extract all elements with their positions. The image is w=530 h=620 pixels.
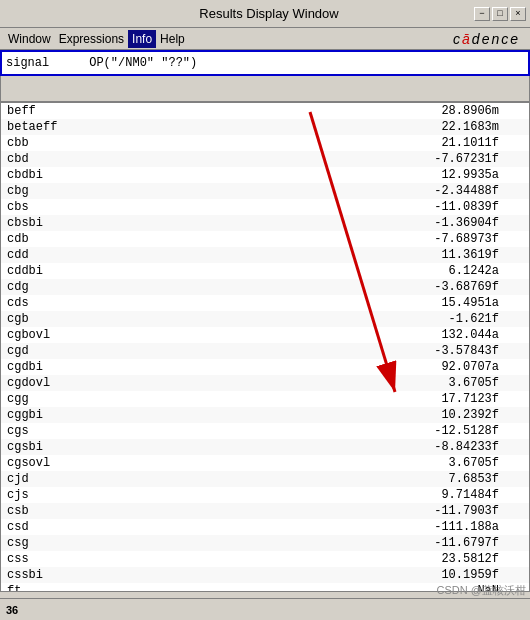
row-signal-value: 11.3619f: [121, 247, 529, 263]
row-signal-value: 23.5812f: [121, 551, 529, 567]
table-row: cdd11.3619f: [1, 247, 529, 263]
row-signal-value: -2.34488f: [121, 183, 529, 199]
menu-info[interactable]: Info: [128, 30, 156, 48]
row-signal-value: -8.84233f: [121, 439, 529, 455]
row-signal-name: cdg: [1, 279, 121, 295]
table-row: cggbi10.2392f: [1, 407, 529, 423]
table-row: cgdovl3.6705f: [1, 375, 529, 391]
table-row: cbd-7.67231f: [1, 151, 529, 167]
row-signal-name: cgsovl: [1, 455, 121, 471]
results-table: beff28.8906mbetaeff22.1683mcbb21.1011fcb…: [1, 103, 529, 592]
window-controls[interactable]: − □ ×: [474, 7, 526, 21]
signal-value: OP("/NM0" "??"): [89, 56, 197, 70]
row-signal-name: ft: [1, 583, 121, 592]
row-signal-name: cds: [1, 295, 121, 311]
row-signal-name: csd: [1, 519, 121, 535]
row-signal-name: cgb: [1, 311, 121, 327]
maximize-button[interactable]: □: [492, 7, 508, 21]
table-row: cjs9.71484f: [1, 487, 529, 503]
row-signal-value: 132.044a: [121, 327, 529, 343]
row-signal-name: cgsbi: [1, 439, 121, 455]
row-signal-name: cbs: [1, 199, 121, 215]
row-signal-value: -1.621f: [121, 311, 529, 327]
row-signal-name: betaeff: [1, 119, 121, 135]
row-signal-name: cjd: [1, 471, 121, 487]
row-signal-value: -7.68973f: [121, 231, 529, 247]
table-row: cbb21.1011f: [1, 135, 529, 151]
row-signal-value: 17.7123f: [121, 391, 529, 407]
table-row: cdb-7.68973f: [1, 231, 529, 247]
row-signal-value: 15.4951a: [121, 295, 529, 311]
table-row: cgb-1.621f: [1, 311, 529, 327]
table-row: cgsbi-8.84233f: [1, 439, 529, 455]
table-row: cjd7.6853f: [1, 471, 529, 487]
content-area: beff28.8906mbetaeff22.1683mcbb21.1011fcb…: [0, 102, 530, 592]
row-signal-name: cgg: [1, 391, 121, 407]
row-signal-value: 10.1959f: [121, 567, 529, 583]
row-signal-name: cjs: [1, 487, 121, 503]
row-signal-value: -11.7903f: [121, 503, 529, 519]
row-signal-name: cgs: [1, 423, 121, 439]
signal-label: signal: [6, 56, 49, 70]
row-signal-value: 9.71484f: [121, 487, 529, 503]
row-signal-value: -3.57843f: [121, 343, 529, 359]
table-row: csb-11.7903f: [1, 503, 529, 519]
signal-row[interactable]: signal OP("/NM0" "??"): [0, 50, 530, 76]
row-signal-name: cbd: [1, 151, 121, 167]
close-button[interactable]: ×: [510, 7, 526, 21]
row-signal-name: beff: [1, 103, 121, 119]
table-row: betaeff22.1683m: [1, 119, 529, 135]
row-signal-name: cgbovl: [1, 327, 121, 343]
row-signal-value: 12.9935a: [121, 167, 529, 183]
table-row: cddbi6.1242a: [1, 263, 529, 279]
row-signal-name: cgd: [1, 343, 121, 359]
table-row: csg-11.6797f: [1, 535, 529, 551]
row-signal-value: 21.1011f: [121, 135, 529, 151]
row-signal-value: 92.0707a: [121, 359, 529, 375]
status-line-number: 36: [6, 604, 18, 616]
table-row: cssbi10.1959f: [1, 567, 529, 583]
row-signal-name: cgdbi: [1, 359, 121, 375]
row-signal-name: csb: [1, 503, 121, 519]
row-signal-name: cbdbi: [1, 167, 121, 183]
row-signal-name: cgdovl: [1, 375, 121, 391]
table-row: cdg-3.68769f: [1, 279, 529, 295]
table-row: cgbovl132.044a: [1, 327, 529, 343]
status-bar: 36: [0, 598, 530, 620]
row-signal-name: cdb: [1, 231, 121, 247]
row-signal-value: 10.2392f: [121, 407, 529, 423]
table-row: cbg-2.34488f: [1, 183, 529, 199]
row-signal-value: -11.0839f: [121, 199, 529, 215]
cadence-logo: cādence: [453, 31, 526, 47]
row-signal-value: -11.6797f: [121, 535, 529, 551]
table-row: cgsovl3.6705f: [1, 455, 529, 471]
table-row: cgs-12.5128f: [1, 423, 529, 439]
watermark: CSDN @蓝核沃柑: [437, 583, 526, 598]
table-row: csd-111.188a: [1, 519, 529, 535]
table-row: cds15.4951a: [1, 295, 529, 311]
row-signal-value: 6.1242a: [121, 263, 529, 279]
row-signal-name: css: [1, 551, 121, 567]
results-table-container[interactable]: beff28.8906mbetaeff22.1683mcbb21.1011fcb…: [0, 102, 530, 592]
menu-expressions[interactable]: Expressions: [55, 30, 128, 48]
row-signal-value: -3.68769f: [121, 279, 529, 295]
table-row: cgdbi92.0707a: [1, 359, 529, 375]
row-signal-value: 3.6705f: [121, 375, 529, 391]
table-row: cbs-11.0839f: [1, 199, 529, 215]
table-row: cgg17.7123f: [1, 391, 529, 407]
table-row: beff28.8906m: [1, 103, 529, 119]
table-row: cbdbi12.9935a: [1, 167, 529, 183]
title-bar: Results Display Window − □ ×: [0, 0, 530, 28]
row-signal-value: -7.67231f: [121, 151, 529, 167]
row-signal-name: cbg: [1, 183, 121, 199]
menu-window[interactable]: Window: [4, 30, 55, 48]
table-row: cbsbi-1.36904f: [1, 215, 529, 231]
row-signal-name: cddbi: [1, 263, 121, 279]
row-signal-value: -12.5128f: [121, 423, 529, 439]
row-signal-name: cggbi: [1, 407, 121, 423]
menu-help[interactable]: Help: [156, 30, 189, 48]
row-signal-value: -111.188a: [121, 519, 529, 535]
row-signal-name: csg: [1, 535, 121, 551]
row-signal-name: cbb: [1, 135, 121, 151]
minimize-button[interactable]: −: [474, 7, 490, 21]
